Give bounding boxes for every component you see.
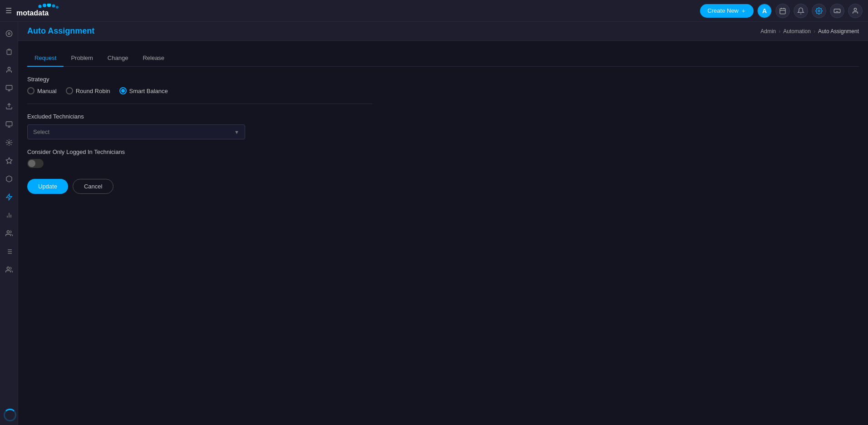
create-new-button[interactable]: Create New ＋ <box>700 4 754 18</box>
tab-release[interactable]: Release <box>135 50 172 67</box>
cancel-button[interactable]: Cancel <box>73 179 113 194</box>
consider-logged-label: Consider Only Logged In Technicians <box>27 148 372 155</box>
action-buttons: Update Cancel <box>27 179 372 194</box>
logo: motadata <box>16 4 75 18</box>
tab-change[interactable]: Change <box>100 50 136 67</box>
sidebar-item-package[interactable] <box>1 171 17 187</box>
svg-point-14 <box>8 33 10 35</box>
sidebar-item-assets[interactable] <box>1 80 17 96</box>
consider-logged-toggle[interactable] <box>27 159 44 168</box>
strategy-manual-radio[interactable] <box>27 87 35 94</box>
toggle-thumb <box>28 160 35 167</box>
notification-icon[interactable] <box>794 4 808 18</box>
svg-point-35 <box>7 267 9 269</box>
calendar-icon[interactable] <box>775 4 790 18</box>
avatar-label: A <box>762 7 767 15</box>
plus-icon: ＋ <box>740 7 746 15</box>
svg-rect-15 <box>8 49 10 50</box>
svg-point-0 <box>39 5 42 8</box>
loading-spinner <box>4 409 16 421</box>
svg-point-28 <box>7 231 9 233</box>
svg-marker-24 <box>6 194 12 200</box>
menu-icon[interactable]: ☰ <box>5 6 12 15</box>
breadcrumb: Admin › Automation › Auto Assignment <box>760 28 859 35</box>
svg-point-3 <box>52 4 55 7</box>
settings-icon[interactable] <box>812 4 826 18</box>
strategy-manual-label: Manual <box>37 88 57 94</box>
spinner-icon <box>4 409 16 421</box>
logo-svg: motadata <box>16 4 75 18</box>
svg-point-13 <box>6 30 12 36</box>
strategy-row: Manual Round Robin Smart Balance <box>27 87 372 104</box>
sidebar-item-tickets[interactable] <box>1 44 17 60</box>
strategy-round-robin-radio[interactable] <box>66 87 73 94</box>
svg-marker-23 <box>6 158 12 163</box>
sidebar-item-analytics[interactable] <box>1 207 17 223</box>
user-avatar[interactable]: A <box>757 4 772 18</box>
keyboard-icon[interactable] <box>830 4 844 18</box>
svg-rect-19 <box>6 122 12 126</box>
tab-request[interactable]: Request <box>27 50 64 67</box>
svg-point-10 <box>818 10 820 12</box>
toggle-section: Consider Only Logged In Technicians <box>27 148 372 168</box>
topbar-left: ☰ motadata <box>5 4 75 18</box>
page-title: Auto Assignment <box>27 26 94 36</box>
topbar: ☰ motadata Create New ＋ A <box>0 0 868 22</box>
strategy-label: Strategy <box>27 76 372 83</box>
strategy-manual-option[interactable]: Manual <box>27 87 57 94</box>
update-button[interactable]: Update <box>27 179 68 194</box>
breadcrumb-automation[interactable]: Automation <box>783 28 811 35</box>
svg-point-1 <box>43 4 46 7</box>
sidebar-item-home[interactable] <box>1 25 17 42</box>
create-new-label: Create New <box>707 7 739 14</box>
breadcrumb-sep-1: › <box>779 28 780 35</box>
excluded-technicians-placeholder: Select <box>33 128 49 135</box>
tab-problem[interactable]: Problem <box>64 50 100 67</box>
profile-icon[interactable] <box>848 4 863 18</box>
page-content: Request Problem Change Release Strategy <box>18 41 868 425</box>
sidebar-item-list[interactable] <box>1 243 17 260</box>
topbar-right: Create New ＋ A <box>700 4 863 18</box>
svg-rect-17 <box>6 85 12 89</box>
svg-point-2 <box>47 4 51 7</box>
svg-rect-6 <box>780 8 785 14</box>
svg-point-16 <box>8 67 10 69</box>
svg-text:motadata: motadata <box>16 9 49 17</box>
svg-point-4 <box>56 6 59 9</box>
strategy-round-robin-label: Round Robin <box>76 88 110 94</box>
excluded-technicians-label: Excluded Technicians <box>27 113 372 120</box>
breadcrumb-current: Auto Assignment <box>818 28 859 35</box>
content-area: Auto Assignment Admin › Automation › Aut… <box>18 22 868 425</box>
breadcrumb-admin[interactable]: Admin <box>760 28 776 35</box>
svg-rect-11 <box>834 9 840 13</box>
sidebar-item-users[interactable] <box>1 62 17 78</box>
strategy-round-robin-option[interactable]: Round Robin <box>66 87 110 94</box>
strategy-smart-balance-option[interactable]: Smart Balance <box>119 87 168 94</box>
sidebar-item-service[interactable] <box>1 134 17 151</box>
form-section: Strategy Manual Round Robin <box>27 76 372 194</box>
main-layout: Auto Assignment Admin › Automation › Aut… <box>0 22 868 425</box>
svg-point-12 <box>854 8 856 10</box>
radio-inner-dot <box>121 89 125 93</box>
select-chevron-icon: ▼ <box>234 129 239 135</box>
strategy-smart-balance-label: Smart Balance <box>129 88 168 94</box>
sidebar-item-settings[interactable] <box>1 153 17 169</box>
sidebar-item-contacts[interactable] <box>1 225 17 242</box>
sidebar-item-automation[interactable] <box>1 189 17 205</box>
strategy-smart-balance-radio[interactable] <box>119 87 127 94</box>
sidebar-item-agents[interactable] <box>1 262 17 278</box>
breadcrumb-sep-2: › <box>814 28 815 35</box>
sidebar-item-export[interactable] <box>1 98 17 114</box>
sidebar-item-monitor[interactable] <box>1 116 17 133</box>
excluded-technicians-select[interactable]: Select ▼ <box>27 124 245 139</box>
excluded-technicians-wrapper: Select ▼ <box>27 124 372 139</box>
tabs: Request Problem Change Release <box>27 50 859 67</box>
sidebar <box>0 22 18 425</box>
svg-point-22 <box>8 142 10 143</box>
sub-header: Auto Assignment Admin › Automation › Aut… <box>18 22 868 41</box>
